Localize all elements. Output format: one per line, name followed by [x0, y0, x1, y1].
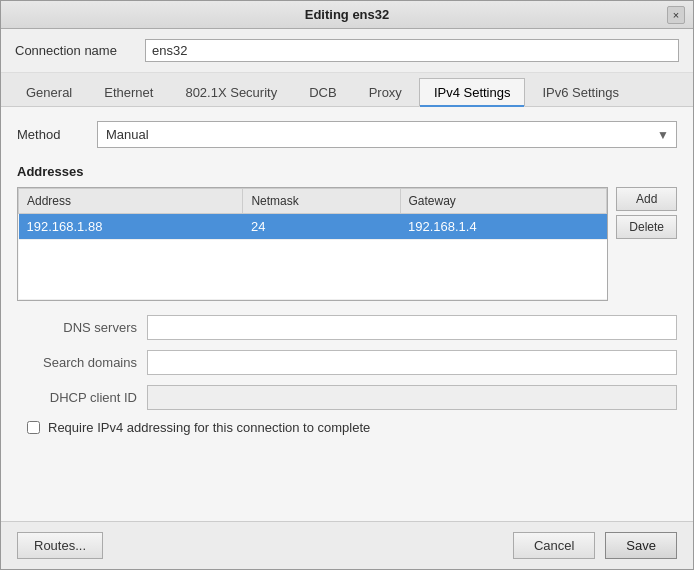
table-row[interactable]: 192.168.1.88 24 192.168.1.4 — [19, 214, 607, 240]
tab-ethernet[interactable]: Ethernet — [89, 78, 168, 107]
tab-ipv6[interactable]: IPv6 Settings — [527, 78, 634, 107]
col-netmask: Netmask — [243, 189, 400, 214]
close-button[interactable]: × — [667, 6, 685, 24]
method-label: Method — [17, 127, 97, 142]
tab-ipv4[interactable]: IPv4 Settings — [419, 78, 526, 107]
dialog-title: Editing ens32 — [305, 7, 390, 22]
dns-servers-input[interactable] — [147, 315, 677, 340]
connection-name-input[interactable] — [145, 39, 679, 62]
dhcp-client-id-input[interactable] — [147, 385, 677, 410]
save-button[interactable]: Save — [605, 532, 677, 559]
cell-address: 192.168.1.88 — [19, 214, 243, 240]
routes-button[interactable]: Routes... — [17, 532, 103, 559]
connection-name-label: Connection name — [15, 43, 145, 58]
search-domains-row: Search domains — [17, 350, 677, 375]
addresses-table-container: Address Netmask Gateway 192.168.1.88 24 … — [17, 187, 608, 301]
require-ipv4-row: Require IPv4 addressing for this connect… — [17, 420, 677, 435]
require-ipv4-checkbox[interactable] — [27, 421, 40, 434]
tab-dcb[interactable]: DCB — [294, 78, 351, 107]
dhcp-client-id-label: DHCP client ID — [17, 390, 147, 405]
addresses-table-section: Address Netmask Gateway 192.168.1.88 24 … — [17, 187, 677, 301]
tab-8021x[interactable]: 802.1X Security — [170, 78, 292, 107]
footer-right: Cancel Save — [513, 532, 677, 559]
titlebar: Editing ens32 × — [1, 1, 693, 29]
method-select[interactable]: Manual Automatic (DHCP) Link-Local Only … — [97, 121, 677, 148]
search-domains-input[interactable] — [147, 350, 677, 375]
search-domains-label: Search domains — [17, 355, 147, 370]
tabs-bar: General Ethernet 802.1X Security DCB Pro… — [1, 73, 693, 107]
footer: Routes... Cancel Save — [1, 521, 693, 569]
col-gateway: Gateway — [400, 189, 607, 214]
content-area: Method Manual Automatic (DHCP) Link-Loca… — [1, 107, 693, 521]
dhcp-client-id-row: DHCP client ID — [17, 385, 677, 410]
method-select-wrapper: Manual Automatic (DHCP) Link-Local Only … — [97, 121, 677, 148]
add-button[interactable]: Add — [616, 187, 677, 211]
tab-general[interactable]: General — [11, 78, 87, 107]
address-buttons: Add Delete — [608, 187, 677, 301]
col-address: Address — [19, 189, 243, 214]
delete-button[interactable]: Delete — [616, 215, 677, 239]
dns-servers-row: DNS servers — [17, 315, 677, 340]
dns-servers-label: DNS servers — [17, 320, 147, 335]
method-row: Method Manual Automatic (DHCP) Link-Loca… — [17, 121, 677, 148]
dialog: Editing ens32 × Connection name General … — [0, 0, 694, 570]
connection-name-row: Connection name — [1, 29, 693, 73]
addresses-section: Addresses Address Netmask Gateway — [17, 164, 677, 301]
addresses-title: Addresses — [17, 164, 677, 179]
table-row-empty — [19, 240, 607, 300]
require-ipv4-label: Require IPv4 addressing for this connect… — [48, 420, 370, 435]
cell-netmask: 24 — [243, 214, 400, 240]
tab-proxy[interactable]: Proxy — [354, 78, 417, 107]
cancel-button[interactable]: Cancel — [513, 532, 595, 559]
cell-gateway: 192.168.1.4 — [400, 214, 607, 240]
addresses-table: Address Netmask Gateway 192.168.1.88 24 … — [18, 188, 607, 300]
